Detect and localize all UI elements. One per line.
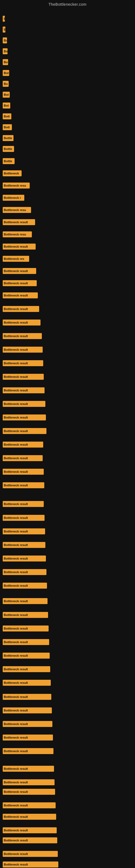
- bar-label-34: Bottleneck result: [3, 428, 46, 434]
- bar-label-33: Bottleneck result: [3, 414, 46, 421]
- bar-item: Bottleneck result: [3, 748, 53, 754]
- bar-label-11: Bottle: [3, 135, 13, 141]
- bar-label-58: Bottleneck result: [3, 766, 54, 772]
- bar-item: Bottleneck result: [3, 583, 47, 589]
- bar-label-37: Bottleneck result: [3, 469, 44, 475]
- bar-item: Bottleneck result: [3, 388, 45, 393]
- bar-label-57: Bottleneck result: [3, 748, 53, 754]
- bar-item: Bottleneck result: [3, 814, 56, 820]
- bar-item: Bottleneck result: [3, 333, 42, 339]
- bar-item: Bottleneck result: [3, 469, 44, 475]
- bar-label-22: Bottleneck result: [3, 268, 36, 274]
- bar-item: Bottleneck result: [3, 789, 55, 795]
- bar-label-17: Bottleneck resu: [3, 207, 31, 213]
- bar-label-1: B: [3, 27, 5, 33]
- bar-item: Bottleneck resu: [3, 207, 31, 213]
- bar-item: Bottleneck result: [3, 428, 46, 434]
- bar-label-62: Bottleneck result: [3, 814, 56, 820]
- bar-item: Bottleneck result: [3, 612, 48, 618]
- bar-item: Bottleneck result: [3, 802, 56, 808]
- bar-label-46: Bottleneck result: [3, 598, 48, 604]
- bar-label-27: Bottleneck result: [3, 333, 42, 339]
- bar-label-7: Bot: [3, 92, 10, 98]
- bar-label-51: Bottleneck result: [3, 666, 50, 672]
- bar-item: Bottleneck result: [3, 360, 43, 366]
- bar-label-42: Bottleneck result: [3, 542, 45, 548]
- bar-item: Bottleneck result: [3, 515, 45, 521]
- bar-item: Bottleneck result: [3, 694, 51, 700]
- bar-item: Bot: [3, 92, 10, 98]
- bar-label-9: Bott: [3, 113, 11, 119]
- bar-item: Bottleneck resu: [3, 183, 30, 188]
- bar-label-43: Bottleneck result: [3, 556, 46, 561]
- bar-item: Bottleneck result: [3, 680, 51, 686]
- bar-item: Bottle: [3, 135, 13, 141]
- bar-label-40: Bottleneck result: [3, 515, 45, 521]
- bar-item: Bottleneck result: [3, 569, 46, 575]
- bar-item: Bottleneck result: [3, 401, 45, 407]
- site-title: TheBottlenecker.com: [0, 0, 135, 8]
- bar-label-4: Bo: [3, 59, 8, 65]
- bar-label-26: Bottleneck result: [3, 319, 41, 326]
- bar-item: Bottleneck result: [3, 735, 53, 741]
- bar-label-21: Bottleneck res: [3, 256, 29, 262]
- bar-label-36: Bottleneck result: [3, 455, 43, 461]
- bar-label-29: Bottleneck result: [3, 360, 43, 366]
- bar-item: Bottleneck result: [3, 219, 35, 225]
- bar-label-55: Bottleneck result: [3, 721, 52, 727]
- bar-item: Bottleneck result: [3, 707, 52, 713]
- bar-label-5: Bot: [3, 70, 9, 76]
- bar-label-10: Bott: [3, 124, 12, 130]
- bar-item: Bot: [3, 70, 9, 76]
- bar-item: Bottleneck result: [3, 666, 50, 672]
- bar-label-15: Bottleneck resu: [3, 183, 30, 188]
- bar-label-39: Bottleneck result: [3, 501, 44, 507]
- bar-item: B: [3, 27, 5, 33]
- bar-item: Bottleneck result: [3, 528, 45, 534]
- bar-label-28: Bottleneck result: [3, 347, 43, 352]
- bar-item: Bottleneck res: [3, 256, 29, 262]
- bar-label-49: Bottleneck result: [3, 639, 49, 645]
- bar-item: Bottleneck result: [3, 653, 50, 659]
- bar-item: Bottleneck result: [3, 625, 49, 631]
- bar-label-38: Bottleneck result: [3, 482, 44, 488]
- bar-label-0: B: [3, 16, 5, 22]
- bar-label-48: Bottleneck result: [3, 625, 49, 631]
- bar-item: Bottleneck result: [3, 766, 54, 772]
- bar-label-19: Bottleneck resu: [3, 231, 32, 237]
- bar-item: B: [3, 16, 5, 22]
- bar-item: Bottleneck result: [3, 414, 46, 421]
- bar-item: Bottle: [3, 158, 14, 164]
- bar-label-2: Bo: [3, 37, 7, 43]
- bar-label-35: Bottleneck result: [3, 442, 43, 447]
- bar-label-25: Bottleneck result: [3, 306, 39, 312]
- bar-label-20: Bottleneck result: [3, 244, 36, 250]
- bar-item: Bo: [3, 48, 8, 54]
- bar-item: Bo: [3, 37, 7, 43]
- bar-item: Bottleneck result: [3, 442, 43, 447]
- bar-label-24: Bottleneck result: [3, 292, 38, 299]
- bar-item: Bottleneck result: [3, 721, 52, 727]
- bar-label-13: Bottle: [3, 158, 14, 164]
- bar-item: Bott: [3, 113, 11, 119]
- bar-item: Bottleneck result: [3, 455, 43, 461]
- bar-label-56: Bottleneck result: [3, 735, 53, 741]
- bar-item: Bottleneck: [3, 170, 21, 176]
- bar-label-45: Bottleneck result: [3, 583, 47, 589]
- bar-item: Bottleneck result: [3, 319, 41, 326]
- bar-item: Bottleneck result: [3, 482, 44, 488]
- bar-label-54: Bottleneck result: [3, 707, 52, 713]
- bar-item: Bottle: [3, 146, 14, 152]
- bar-item: Bo: [3, 59, 8, 65]
- bar-item: Bottleneck result: [3, 268, 36, 274]
- bar-item: Bottleneck result: [3, 374, 44, 380]
- bar-label-14: Bottleneck: [3, 170, 21, 176]
- bar-label-60: Bottleneck result: [3, 789, 55, 795]
- bar-item: Bottleneck result: [3, 827, 57, 833]
- bar-label-47: Bottleneck result: [3, 612, 48, 618]
- bar-item: Bottleneck result: [3, 542, 45, 548]
- bar-item: Bottleneck result: [3, 779, 54, 785]
- bar-item: Bottleneck result: [3, 501, 44, 507]
- bar-label-63: Bottleneck result: [3, 827, 57, 833]
- bar-item: Bottleneck result: [3, 862, 58, 867]
